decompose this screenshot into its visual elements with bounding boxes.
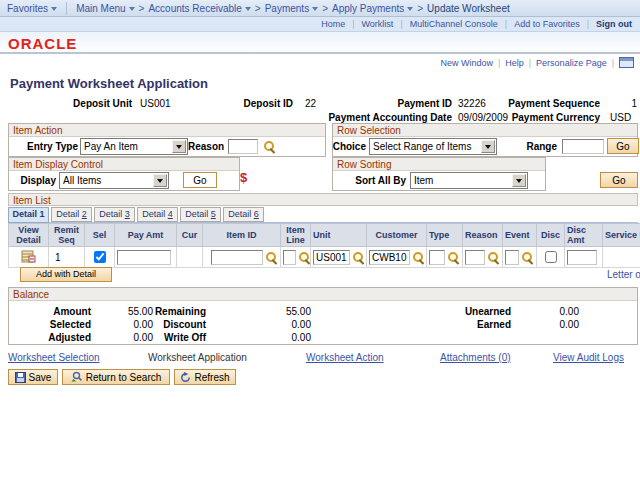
favorites-menu[interactable]: Favorites: [7, 3, 48, 14]
breadcrumb-separator: >: [255, 3, 261, 14]
tab-detail-6[interactable]: Detail 6: [223, 207, 264, 222]
discount-value: 0.00: [209, 319, 311, 330]
deposit-unit-value: US001: [140, 98, 171, 109]
selected-value: 0.00: [101, 319, 153, 330]
currency-conversion-icon[interactable]: $: [240, 170, 247, 185]
selected-label: Selected: [19, 319, 91, 330]
range-input[interactable]: [562, 139, 604, 154]
customer-lookup-icon[interactable]: [411, 250, 425, 264]
unit-input[interactable]: [313, 250, 350, 265]
deposit-unit-label: Deposit Unit: [8, 98, 132, 109]
divider: |: [612, 58, 614, 68]
remit-seq-value: 1: [49, 247, 85, 268]
view-detail-icon[interactable]: [21, 250, 36, 263]
letter-of-credit-link[interactable]: Letter of C: [607, 269, 640, 280]
event-lookup-icon[interactable]: [520, 250, 534, 264]
return-to-search-button[interactable]: Return to Search: [62, 369, 170, 385]
col-unit: Unit: [311, 224, 367, 247]
choice-select[interactable]: Select Range of Items: [369, 138, 497, 155]
earned-label: Earned: [389, 319, 511, 330]
chevron-down-icon: [407, 7, 413, 11]
tab-detail-5[interactable]: Detail 5: [180, 207, 221, 222]
tab-label: Detail: [12, 209, 39, 219]
reason-lookup-icon[interactable]: [262, 139, 276, 153]
item-line-lookup-icon[interactable]: [297, 250, 311, 264]
amount-value: 55.00: [101, 306, 153, 317]
tab-label: Detail: [99, 209, 125, 219]
disc-checkbox[interactable]: [545, 251, 557, 263]
save-button[interactable]: Save: [8, 369, 58, 385]
new-window-link[interactable]: New Window: [440, 58, 493, 68]
item-list-title: Item List: [8, 193, 638, 206]
disc-amt-input[interactable]: [567, 250, 597, 265]
chevron-down-icon: [312, 7, 318, 11]
multichannel-console-link[interactable]: MultiChannel Console: [410, 19, 498, 29]
display-go-button[interactable]: Go: [183, 172, 217, 188]
col-type: Type: [427, 224, 463, 247]
new-window-icon[interactable]: [619, 57, 634, 68]
row-sorting-go-button[interactable]: Go: [600, 172, 638, 188]
table-header-row: View Detail Remit Seq Sel Pay Amt Cur It…: [9, 224, 640, 247]
divider: |: [498, 58, 500, 68]
display-select[interactable]: All Items: [59, 172, 169, 189]
refresh-button[interactable]: Refresh: [174, 369, 236, 385]
type-lookup-icon[interactable]: [446, 250, 460, 264]
add-to-favorites-link[interactable]: Add to Favorites: [514, 19, 580, 29]
breadcrumb-accounts-receivable[interactable]: Accounts Receivable: [148, 3, 241, 14]
personalize-page-link[interactable]: Personalize Page: [536, 58, 607, 68]
sort-all-by-select[interactable]: Item: [410, 172, 528, 189]
tab-number: 6: [254, 209, 259, 219]
add-with-detail-button[interactable]: Add with Detail: [20, 267, 112, 282]
breadcrumb-main-menu[interactable]: Main Menu: [76, 3, 125, 14]
item-id-input[interactable]: [211, 250, 263, 265]
discount-label: Discount: [149, 319, 206, 330]
reason-input[interactable]: [228, 139, 258, 154]
col-cur: Cur: [177, 224, 203, 247]
item-line-input[interactable]: [283, 250, 296, 265]
type-input[interactable]: [429, 250, 445, 265]
divider: |: [352, 19, 354, 29]
tab-detail-2[interactable]: Detail 2: [51, 207, 92, 222]
event-cell: [503, 247, 537, 268]
sign-out-link[interactable]: Sign out: [596, 19, 632, 29]
page-utility-links: New Window | Help | Personalize Page |: [440, 57, 634, 68]
item-display-control-title: Item Display Control: [9, 158, 239, 171]
help-link[interactable]: Help: [505, 58, 524, 68]
view-audit-logs-link[interactable]: View Audit Logs: [553, 352, 624, 363]
breadcrumb-apply-payments[interactable]: Apply Payments: [332, 3, 404, 14]
col-event: Event: [503, 224, 537, 247]
home-link[interactable]: Home: [321, 19, 345, 29]
divider: |: [400, 19, 402, 29]
remaining-value: 55.00: [209, 306, 311, 317]
attachments-link[interactable]: Attachments (0): [440, 352, 511, 363]
chevron-down-icon: [51, 7, 57, 11]
display-label: Display: [8, 175, 56, 186]
tab-detail-3[interactable]: Detail 3: [94, 207, 135, 222]
unit-lookup-icon[interactable]: [351, 250, 365, 264]
row-reason-lookup-icon[interactable]: [486, 250, 500, 264]
view-detail-cell: [9, 247, 49, 268]
row-reason-input[interactable]: [465, 250, 485, 265]
unearned-label: Unearned: [389, 306, 511, 317]
customer-input[interactable]: [369, 250, 410, 265]
entry-type-label: Entry Type: [8, 141, 78, 152]
save-label: Save: [29, 372, 52, 383]
reason-cell: [463, 247, 503, 268]
tab-detail-1[interactable]: Detail 1: [8, 207, 49, 223]
chevron-down-icon: [245, 7, 251, 11]
tab-detail-4[interactable]: Detail 4: [137, 207, 178, 222]
breadcrumb-payments[interactable]: Payments: [265, 3, 309, 14]
item-id-lookup-icon[interactable]: [264, 250, 278, 264]
portal-header: Home | Worklist | MultiChannel Console |…: [0, 17, 640, 32]
row-selection-go-button[interactable]: Go: [607, 138, 639, 154]
pay-amt-input[interactable]: [117, 250, 171, 265]
write-off-value: 0.00: [209, 332, 311, 343]
entry-type-value: Pay An Item: [84, 141, 171, 152]
sel-checkbox[interactable]: [94, 251, 106, 263]
payment-currency-value: USD: [610, 112, 631, 123]
worksheet-selection-link[interactable]: Worksheet Selection: [8, 352, 100, 363]
event-input[interactable]: [505, 250, 519, 265]
worksheet-action-link[interactable]: Worksheet Action: [306, 352, 384, 363]
worklist-link[interactable]: Worklist: [362, 19, 394, 29]
entry-type-select[interactable]: Pay An Item: [80, 138, 188, 155]
